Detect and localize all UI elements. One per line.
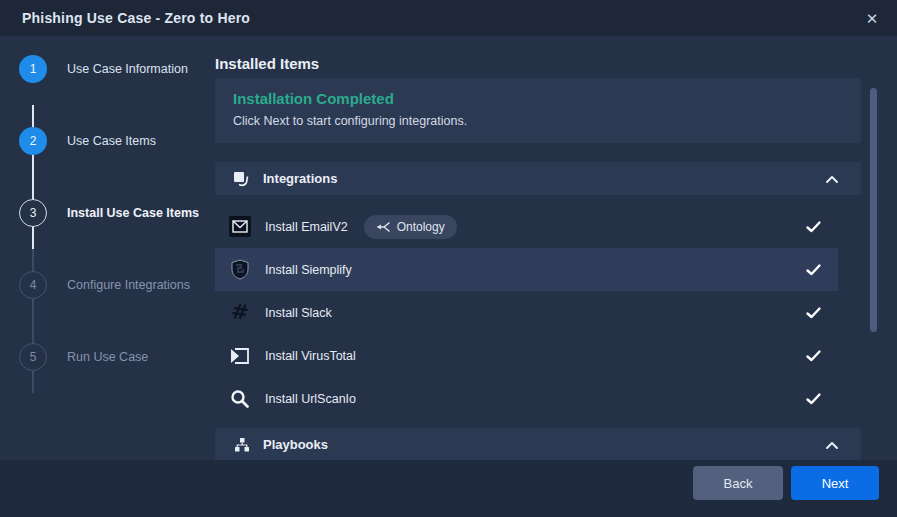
list-item-label: Install Slack: [265, 306, 332, 320]
step-number: 3: [19, 199, 47, 227]
window-title: Phishing Use Case - Zero to Hero: [22, 10, 250, 26]
list-item-label: Install VirusTotal: [265, 349, 356, 363]
page-title: Installed Items: [215, 55, 319, 72]
step-label: Run Use Case: [67, 350, 148, 364]
step-label: Use Case Information: [67, 62, 188, 76]
check-icon: [805, 304, 822, 321]
check-icon: [805, 347, 822, 364]
step-use-case-items[interactable]: 2 Use Case Items: [19, 127, 156, 155]
email-icon: [229, 216, 251, 238]
siemplify-icon: [229, 259, 251, 281]
installation-completed-banner: Installation Completed Click Next to sta…: [215, 78, 861, 143]
step-install-use-case-items[interactable]: 3 Install Use Case Items: [19, 199, 199, 227]
slack-icon: #: [229, 302, 251, 324]
badge-label: Ontology: [397, 220, 445, 234]
titlebar: Phishing Use Case - Zero to Hero ✕: [0, 0, 897, 36]
list-item-install-siemplify[interactable]: Install Siemplify: [215, 248, 838, 291]
step-number: 5: [19, 343, 47, 371]
scrollbar[interactable]: [870, 88, 877, 332]
section-label: Integrations: [263, 171, 825, 186]
integrations-icon: [233, 170, 251, 188]
list-item-install-virustotal[interactable]: Install VirusTotal: [215, 334, 838, 377]
list-item-install-emailv2[interactable]: Install EmailV2 Ontology: [215, 205, 838, 248]
virustotal-icon: [229, 345, 251, 367]
back-button[interactable]: Back: [693, 466, 783, 500]
footer: Back Next: [0, 460, 897, 517]
step-run-use-case[interactable]: 5 Run Use Case: [19, 343, 148, 371]
list-item-label: Install UrlScanIo: [265, 392, 356, 406]
section-header-integrations[interactable]: Integrations: [215, 162, 861, 195]
playbooks-icon: [233, 436, 251, 454]
step-use-case-information[interactable]: 1 Use Case Information: [19, 55, 188, 83]
section-label: Playbooks: [263, 437, 825, 452]
list-item-install-urlscanio[interactable]: Install UrlScanIo: [215, 377, 838, 420]
check-icon: [805, 261, 822, 278]
check-icon: [805, 390, 822, 407]
wizard-stepper: 1 Use Case Information 2 Use Case Items …: [0, 36, 210, 466]
ontology-fork-icon: [376, 221, 390, 233]
step-number: 4: [19, 271, 47, 299]
step-number: 1: [19, 55, 47, 83]
chevron-up-icon[interactable]: [825, 174, 839, 184]
step-configure-integrations[interactable]: 4 Configure Integrations: [19, 271, 190, 299]
step-label: Use Case Items: [67, 134, 156, 148]
close-icon[interactable]: ✕: [861, 8, 883, 30]
check-icon: [805, 218, 822, 235]
list-item-label: Install Siemplify: [265, 263, 352, 277]
chevron-up-icon[interactable]: [825, 440, 839, 450]
step-number: 2: [19, 127, 47, 155]
banner-subtitle: Click Next to start configuring integrat…: [233, 114, 843, 128]
list-item-install-slack[interactable]: # Install Slack: [215, 291, 838, 334]
search-icon: [229, 388, 251, 410]
banner-title: Installation Completed: [233, 90, 843, 107]
ontology-badge[interactable]: Ontology: [364, 215, 457, 239]
list-item-label: Install EmailV2: [265, 220, 348, 234]
section-header-playbooks[interactable]: Playbooks: [215, 428, 861, 461]
step-label: Configure Integrations: [67, 278, 190, 292]
install-use-case-modal: Phishing Use Case - Zero to Hero ✕ 1 Use…: [0, 0, 897, 517]
step-label: Install Use Case Items: [67, 206, 199, 220]
next-button[interactable]: Next: [791, 466, 879, 500]
